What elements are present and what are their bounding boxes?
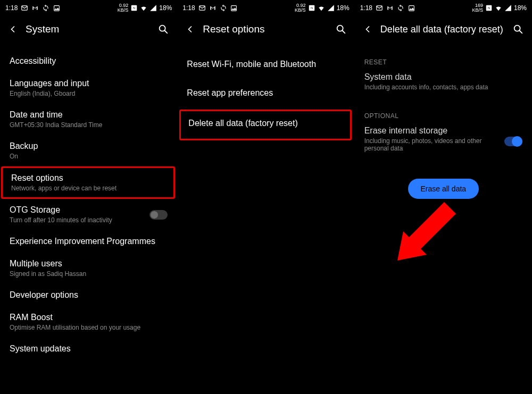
image-icon — [53, 4, 60, 12]
app-header: Reset options — [177, 16, 354, 43]
item-backup[interactable]: Backup On — [0, 135, 177, 166]
otg-toggle[interactable] — [149, 210, 168, 220]
back-button[interactable] — [7, 24, 18, 35]
net-rate: 0.92KB/S — [295, 3, 306, 13]
page-title: Reset options — [203, 23, 327, 35]
section-reset: RESET — [355, 50, 532, 69]
battery-text: 18% — [514, 4, 527, 12]
erase-storage-toggle[interactable] — [504, 137, 522, 146]
status-time: 1:18 — [360, 4, 372, 12]
wifi-icon — [140, 4, 147, 12]
wifi-icon — [495, 4, 502, 12]
item-ram-boost[interactable]: RAM Boost Optimise RAM utilisation based… — [0, 306, 177, 338]
item-developer[interactable]: Developer options — [0, 284, 177, 306]
svg-rect-11 — [409, 5, 414, 11]
notification-icon — [198, 4, 206, 12]
battery-text: 18% — [159, 4, 172, 12]
status-time: 1:18 — [5, 4, 18, 12]
image-icon — [408, 4, 415, 12]
svg-point-4 — [160, 26, 165, 31]
status-bar: 1:18 169KB/S N 18% — [355, 0, 532, 16]
item-reset-options[interactable]: Reset options Network, apps or device ca… — [1, 166, 175, 199]
item-languages[interactable]: Languages and input English (India), Gbo… — [0, 72, 177, 104]
sync-icon — [220, 4, 227, 12]
reset-list: Reset Wi-Fi, mobile and Bluetooth Reset … — [177, 43, 354, 140]
item-experience[interactable]: Experience Improvement Programmes — [0, 230, 177, 253]
notification-icon — [376, 4, 383, 12]
page-title: Delete all data (factory reset) — [380, 24, 504, 35]
sync-icon — [42, 4, 49, 12]
row-system-data: System data Including accounts info, con… — [355, 69, 532, 98]
nfc-icon: N — [485, 4, 493, 12]
section-optional: OPTIONAL — [355, 98, 532, 123]
svg-point-14 — [514, 26, 520, 31]
status-bar: 1:18 0.92KB/S N 18 — [0, 0, 177, 16]
page-title: System — [26, 23, 149, 35]
back-button[interactable] — [362, 24, 373, 35]
item-date-time[interactable]: Date and time GMT+05:30 India Standard T… — [0, 104, 177, 135]
battery-text: 18% — [337, 4, 350, 12]
panel-system: 1:18 0.92KB/S N 18 — [0, 0, 177, 394]
settings-list: Accessibility Languages and input Englis… — [0, 43, 177, 360]
app-header: System — [0, 16, 177, 43]
svg-text:N: N — [311, 6, 313, 10]
notification-icon — [21, 4, 28, 12]
app-header: Delete all data (factory reset) — [355, 16, 532, 43]
svg-marker-15 — [397, 202, 456, 261]
item-reset-wifi[interactable]: Reset Wi-Fi, mobile and Bluetooth — [177, 50, 354, 79]
panel-factory-reset: 1:18 169KB/S N 18% Delete all data (fact… — [355, 0, 532, 394]
status-bar: 1:18 0.92KB/S N 18% — [177, 0, 354, 16]
gmail-icon — [209, 4, 217, 12]
item-system-updates[interactable]: System updates — [0, 338, 177, 360]
net-rate: 169KB/S — [472, 3, 483, 13]
status-time: 1:18 — [182, 4, 195, 12]
reset-detail: RESET System data Including accounts inf… — [355, 43, 532, 199]
gmail-icon — [31, 4, 39, 12]
image-icon — [230, 4, 238, 12]
item-accessibility[interactable]: Accessibility — [0, 50, 177, 72]
annotation-arrow-icon — [397, 202, 456, 261]
signal-icon — [149, 4, 157, 12]
sync-icon — [397, 4, 404, 12]
erase-all-data-button[interactable]: Erase all data — [408, 179, 479, 199]
svg-point-9 — [337, 26, 343, 31]
search-button[interactable] — [335, 23, 347, 35]
nfc-icon: N — [308, 4, 315, 12]
panel-reset-options: 1:18 0.92KB/S N 18% Reset options Reset … — [177, 0, 354, 394]
svg-rect-6 — [231, 5, 237, 11]
svg-rect-1 — [54, 5, 59, 11]
wifi-icon — [318, 4, 325, 12]
item-reset-app-prefs[interactable]: Reset app preferences — [177, 79, 354, 107]
item-delete-all-data[interactable]: Delete all data (factory reset) — [179, 110, 351, 140]
item-otg-storage[interactable]: OTG Storage Turn off after 10 minutes of… — [0, 199, 177, 230]
svg-text:N: N — [133, 6, 135, 10]
row-erase-storage[interactable]: Erase internal storage Including music, … — [355, 123, 532, 160]
signal-icon — [327, 4, 335, 12]
nfc-icon: N — [130, 4, 138, 12]
signal-icon — [504, 4, 512, 12]
item-multiple-users[interactable]: Multiple users Signed in as Sadiq Hassan — [0, 253, 177, 284]
search-button[interactable] — [157, 23, 170, 35]
svg-text:N: N — [488, 6, 490, 10]
gmail-icon — [386, 4, 394, 12]
search-button[interactable] — [512, 23, 525, 35]
back-button[interactable] — [185, 24, 195, 35]
net-rate: 0.92KB/S — [118, 3, 129, 13]
